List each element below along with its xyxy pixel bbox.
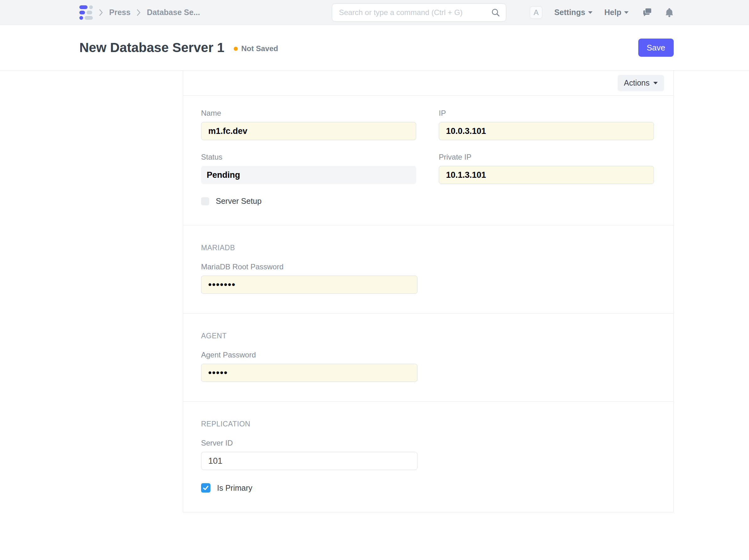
- mariadb-root-password-field: MariaDB Root Password: [201, 262, 418, 294]
- actions-button-label: Actions: [624, 79, 649, 87]
- agent-password-field: Agent Password: [201, 350, 418, 382]
- chevron-right-icon: [99, 8, 104, 17]
- not-saved-label: Not Saved: [241, 44, 278, 53]
- server-setup-checkbox-row[interactable]: Server Setup: [201, 197, 654, 206]
- settings-menu-label: Settings: [554, 8, 585, 17]
- user-avatar[interactable]: A: [530, 6, 542, 19]
- help-menu-label: Help: [604, 8, 621, 17]
- server-setup-checkbox[interactable]: [201, 197, 209, 206]
- breadcrumb-database-server[interactable]: Database Se...: [147, 8, 200, 17]
- mariadb-root-password-input[interactable]: [201, 276, 418, 294]
- logo-block: [87, 10, 92, 15]
- logo-block: [89, 5, 93, 9]
- is-primary-label: Is Primary: [217, 483, 253, 493]
- mariadb-section-heading: MARIADB: [201, 244, 654, 252]
- page-body: Actions Name IP Status Pending: [75, 70, 674, 512]
- mariadb-root-password-label: MariaDB Root Password: [201, 262, 418, 271]
- is-primary-checkbox-row[interactable]: Is Primary: [201, 483, 654, 493]
- section-replication: REPLICATION Server ID Is Primary: [183, 402, 673, 512]
- ip-field-label: IP: [439, 109, 654, 117]
- form-container: Actions Name IP Status Pending: [183, 70, 674, 512]
- logo-block: [79, 16, 83, 20]
- caret-down-icon: [653, 82, 658, 84]
- settings-menu[interactable]: Settings: [554, 8, 593, 17]
- navbar-right: A Settings Help: [530, 6, 674, 19]
- name-field-label: Name: [201, 109, 416, 117]
- name-field: Name: [201, 109, 416, 140]
- chat-icon[interactable]: [641, 7, 652, 18]
- chevron-down-icon: [588, 11, 593, 14]
- section-agent: AGENT Agent Password: [183, 314, 673, 402]
- status-field-label: Status: [201, 153, 416, 161]
- global-search[interactable]: [332, 3, 506, 22]
- logo-block: [79, 10, 85, 15]
- search-input[interactable]: [339, 8, 491, 17]
- help-menu[interactable]: Help: [604, 8, 628, 17]
- save-button[interactable]: Save: [638, 39, 674, 57]
- server-setup-label: Server Setup: [216, 197, 262, 206]
- replication-section-heading: REPLICATION: [201, 420, 654, 428]
- breadcrumb-press[interactable]: Press: [109, 8, 130, 17]
- app-logo[interactable]: [79, 5, 93, 20]
- server-id-input[interactable]: [201, 452, 418, 470]
- agent-password-label: Agent Password: [201, 350, 418, 359]
- navbar: Press Database Se... A Settings Help: [0, 0, 749, 25]
- notification-bell-icon[interactable]: [665, 7, 674, 18]
- chevron-right-icon: [136, 8, 141, 17]
- section-details: Name IP Status Pending Private IP: [183, 95, 673, 225]
- page-title: New Database Server 1: [79, 40, 224, 55]
- status-field: Status Pending: [201, 153, 416, 184]
- ip-field: IP: [439, 109, 654, 140]
- is-primary-checkbox[interactable]: [201, 483, 211, 493]
- search-icon: [491, 8, 500, 17]
- private-ip-field-label: Private IP: [439, 153, 654, 161]
- server-id-field: Server ID: [201, 439, 418, 470]
- agent-password-input[interactable]: [201, 364, 418, 382]
- checkmark-icon: [202, 484, 209, 491]
- server-id-label: Server ID: [201, 439, 418, 448]
- page-header: New Database Server 1 Not Saved Save: [0, 25, 749, 70]
- chevron-down-icon: [624, 11, 628, 14]
- form-toolbar: Actions: [183, 70, 673, 95]
- status-value: Pending: [201, 166, 416, 184]
- private-ip-input[interactable]: [439, 166, 654, 184]
- agent-section-heading: AGENT: [201, 332, 654, 340]
- private-ip-field: Private IP: [439, 153, 654, 184]
- ip-input[interactable]: [439, 122, 654, 140]
- logo-block: [79, 5, 87, 9]
- logo-block: [85, 16, 93, 20]
- actions-button[interactable]: Actions: [618, 75, 664, 91]
- unsaved-dot-icon: [234, 47, 238, 51]
- section-mariadb: MARIADB MariaDB Root Password: [183, 225, 673, 314]
- not-saved-indicator: Not Saved: [234, 44, 278, 53]
- name-input[interactable]: [201, 122, 416, 140]
